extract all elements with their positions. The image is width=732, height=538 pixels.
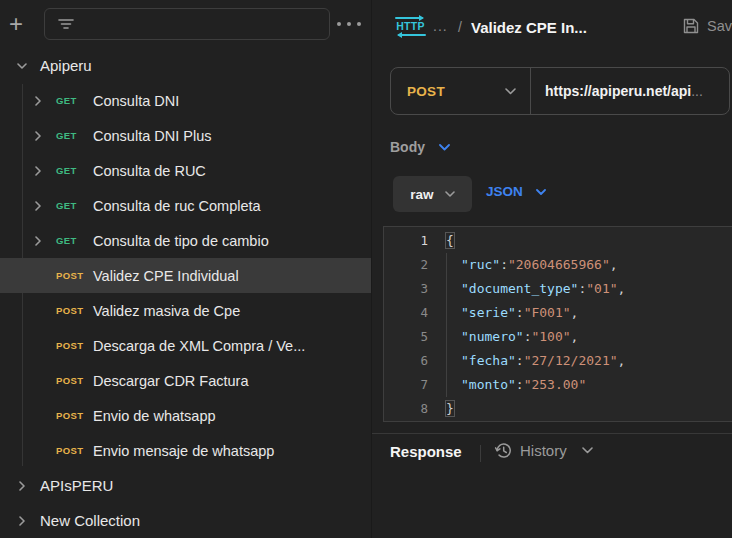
- save-label: Sav: [707, 18, 732, 34]
- request-descarga-xml[interactable]: POST Descarga de XML Compra / Ve...: [0, 328, 371, 363]
- request-label: Consulta DNI: [93, 93, 179, 109]
- search-input[interactable]: [84, 17, 329, 32]
- language-value: JSON: [486, 184, 523, 199]
- language-select[interactable]: JSON: [486, 184, 546, 199]
- request-consulta-dni-plus[interactable]: GET Consulta DNI Plus: [0, 118, 371, 153]
- method-value: POST: [407, 84, 445, 99]
- chevron-down-icon: [582, 447, 593, 454]
- history-icon: [494, 441, 513, 460]
- chevron-right-icon[interactable]: [16, 516, 28, 526]
- chevron-right-icon[interactable]: [16, 481, 28, 491]
- request-label: Envio mensaje de whatsapp: [93, 443, 274, 459]
- more-actions-icon[interactable]: [335, 21, 363, 27]
- method-badge: POST: [56, 445, 93, 456]
- tab-title[interactable]: Validez CPE In...: [471, 19, 587, 36]
- chevron-right-icon[interactable]: [32, 96, 44, 106]
- method-badge: GET: [56, 165, 93, 176]
- line-number: 5: [384, 325, 428, 349]
- chevron-right-icon[interactable]: [32, 201, 44, 211]
- collection-apisperu[interactable]: APIsPERU: [0, 468, 371, 503]
- request-panel: HTTP ... / Validez CPE In... Sav POST ht…: [372, 0, 732, 538]
- history-dropdown[interactable]: History: [494, 441, 593, 460]
- request-envio-mensaje-whatsapp[interactable]: POST Envio mensaje de whatsapp: [0, 433, 371, 468]
- code-line: 4 "serie":"F001",: [384, 301, 732, 325]
- method-badge: POST: [56, 340, 93, 351]
- method-select[interactable]: POST: [391, 68, 531, 114]
- collections-sidebar: + Apiperu GET Consulta DNI GET Consulta …: [0, 0, 372, 538]
- request-label: Descarga de XML Compra / Ve...: [93, 338, 305, 354]
- url-input[interactable]: https://apiperu.net/api...: [545, 83, 703, 99]
- body-code-editor[interactable]: 1 { 2 "ruc":"20604665966", 3 "document_t…: [383, 226, 732, 422]
- request-validez-cpe-individual[interactable]: POST Validez CPE Individual: [0, 258, 371, 293]
- collection-apiperu[interactable]: Apiperu: [0, 48, 371, 83]
- breadcrumb-separator: /: [458, 19, 462, 35]
- collection-label: Apiperu: [40, 57, 92, 74]
- request-consulta-de-ruc[interactable]: GET Consulta de RUC: [0, 153, 371, 188]
- line-number: 4: [384, 301, 428, 325]
- code-line: 1 {: [384, 229, 732, 253]
- code-line: 7 "monto":"253.00": [384, 373, 732, 397]
- request-consulta-dni[interactable]: GET Consulta DNI: [0, 83, 371, 118]
- body-label: Body: [390, 139, 425, 155]
- request-label: Consulta de RUC: [93, 163, 206, 179]
- filter-icon: [58, 17, 74, 31]
- save-icon: [682, 17, 700, 35]
- chevron-down-icon: [439, 144, 450, 151]
- request-consulta-ruc-completa[interactable]: GET Consulta de ruc Completa: [0, 188, 371, 223]
- method-badge: POST: [56, 375, 93, 386]
- chevron-right-icon[interactable]: [32, 166, 44, 176]
- request-label: Envio de whatsapp: [93, 408, 216, 424]
- collection-label: APIsPERU: [40, 477, 113, 494]
- method-badge: POST: [56, 270, 93, 281]
- new-collection-button[interactable]: +: [9, 9, 23, 39]
- response-section-label: Response: [390, 443, 462, 460]
- request-descargar-cdr-factura[interactable]: POST Descargar CDR Factura: [0, 363, 371, 398]
- request-label: Consulta de tipo de cambio: [93, 233, 269, 249]
- method-badge: GET: [56, 200, 93, 211]
- code-line: 8 }: [384, 397, 732, 421]
- breadcrumb-collapsed[interactable]: ...: [433, 18, 448, 34]
- body-section-toggle[interactable]: Body: [390, 139, 450, 155]
- method-badge: GET: [56, 95, 93, 106]
- format-value: raw: [410, 187, 433, 202]
- chevron-down-icon: [536, 189, 546, 195]
- line-number: 3: [384, 277, 428, 301]
- sidebar-toolbar: +: [0, 8, 371, 40]
- request-envio-whatsapp[interactable]: POST Envio de whatsapp: [0, 398, 371, 433]
- request-label: Consulta DNI Plus: [93, 128, 211, 144]
- url-truncation: ...: [691, 83, 703, 99]
- response-divider: [372, 433, 732, 434]
- http-request-icon: HTTP: [395, 16, 426, 37]
- collection-new-collection[interactable]: New Collection: [0, 503, 371, 538]
- request-label: Consulta de ruc Completa: [93, 198, 261, 214]
- save-button[interactable]: Sav: [682, 17, 732, 35]
- chevron-down-icon: [445, 191, 455, 197]
- request-label: Validez CPE Individual: [93, 268, 239, 284]
- line-number: 8: [384, 397, 428, 421]
- code-line: 5 "numero":"100",: [384, 325, 732, 349]
- code-line: 2 "ruc":"20604665966",: [384, 253, 732, 277]
- line-number: 6: [384, 349, 428, 373]
- chevron-down-icon[interactable]: [16, 63, 28, 69]
- code-line: 6 "fecha":"27/12/2021",: [384, 349, 732, 373]
- search-box[interactable]: [44, 8, 330, 40]
- code-line: 3 "document_type":"01",: [384, 277, 732, 301]
- chevron-right-icon[interactable]: [32, 131, 44, 141]
- history-label: History: [520, 442, 567, 459]
- url-bar: POST https://apiperu.net/api...: [390, 67, 730, 115]
- line-number: 1: [384, 229, 428, 253]
- vertical-divider: [480, 445, 481, 462]
- request-label: Descargar CDR Factura: [93, 373, 249, 389]
- method-badge: GET: [56, 130, 93, 141]
- request-label: Validez masiva de Cpe: [93, 303, 240, 319]
- request-consulta-tipo-cambio[interactable]: GET Consulta de tipo de cambio: [0, 223, 371, 258]
- collection-label: New Collection: [40, 512, 140, 529]
- body-format-select[interactable]: raw: [393, 176, 472, 212]
- chevron-down-icon: [505, 88, 516, 95]
- method-badge: POST: [56, 410, 93, 421]
- chevron-right-icon[interactable]: [32, 236, 44, 246]
- line-number: 7: [384, 373, 428, 397]
- method-badge: GET: [56, 235, 93, 246]
- request-validez-masiva-cpe[interactable]: POST Validez masiva de Cpe: [0, 293, 371, 328]
- line-number: 2: [384, 253, 428, 277]
